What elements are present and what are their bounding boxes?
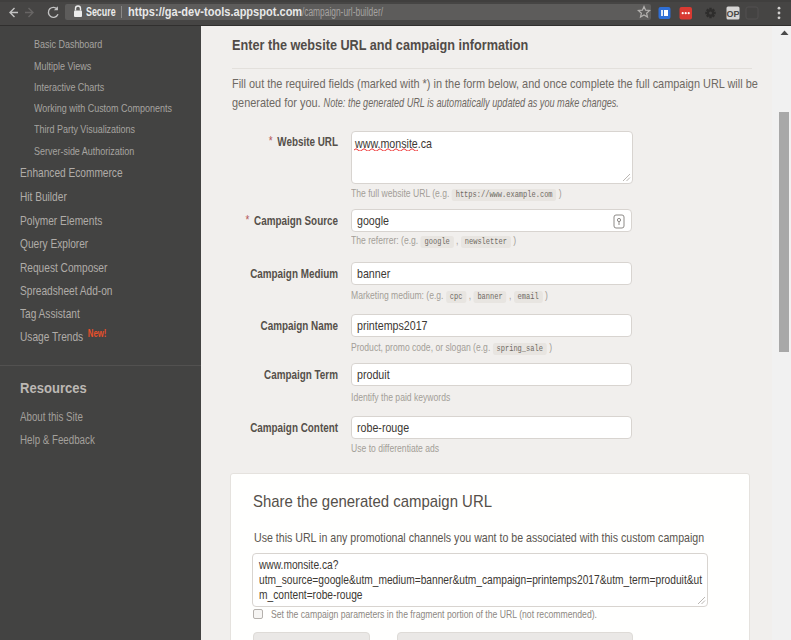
svg-text:OP: OP [726, 9, 739, 19]
